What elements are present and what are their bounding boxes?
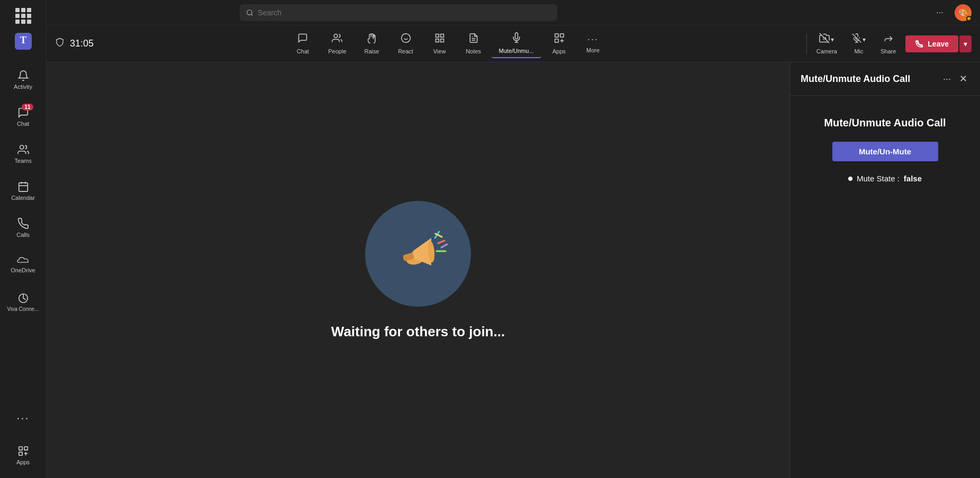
tool-more-label: More: [586, 47, 600, 53]
mic-chevron-icon[interactable]: ▾: [863, 36, 866, 43]
sidebar-item-viva[interactable]: Viva Conne...: [0, 283, 46, 320]
grid-menu-button[interactable]: [12, 4, 35, 27]
leave-button-label: Leave: [928, 40, 949, 48]
meeting-timer: 31:05: [70, 38, 94, 49]
svg-rect-29: [555, 39, 558, 43]
panel-title: Mute/Unmute Audio Call: [801, 73, 910, 85]
tool-mute-unmute[interactable]: Mute/Unmu...: [492, 29, 541, 58]
side-panel: Mute/Unmute Audio Call ··· ✕ Mute/Unmute…: [790, 62, 980, 478]
mute-unmute-button[interactable]: Mute/Un-Mute: [832, 142, 938, 161]
svg-line-46: [441, 244, 447, 247]
mute-unmute-tool-icon: [511, 32, 522, 45]
svg-line-43: [438, 241, 444, 243]
tool-chat-label: Chat: [297, 48, 309, 54]
video-area: Waiting for others to join...: [47, 62, 790, 478]
avatar-status: [966, 16, 972, 21]
more-tool-icon: ···: [587, 34, 598, 45]
leave-button-group: Leave ▾: [905, 35, 972, 52]
camera-button[interactable]: ▾ Camera: [811, 30, 842, 58]
leave-button[interactable]: Leave: [905, 35, 958, 52]
sidebar-item-onedrive-label: OneDrive: [11, 267, 35, 273]
mic-muted-icon: [852, 33, 861, 46]
sidebar-item-teams[interactable]: Teams: [0, 135, 46, 172]
chat-tool-icon: [297, 33, 308, 46]
activity-icon: [17, 70, 29, 81]
svg-point-13: [247, 10, 252, 14]
onedrive-icon: [17, 256, 30, 265]
people-tool-icon: [332, 33, 342, 46]
tool-chat[interactable]: Chat: [287, 30, 319, 58]
svg-text:T: T: [20, 35, 26, 45]
tool-apps[interactable]: Apps: [543, 30, 575, 58]
tool-mute-label: Mute/Unmu...: [499, 48, 534, 54]
toolbar-right: ▾ Camera ▾: [811, 30, 972, 58]
tool-people-label: People: [328, 48, 346, 54]
topbar: ··· 🎨: [47, 0, 980, 25]
sidebar-item-teams-label: Teams: [14, 158, 31, 164]
svg-point-2: [20, 145, 23, 149]
meeting-info: 31:05: [55, 37, 94, 50]
chat-icon: 11: [17, 107, 29, 118]
svg-line-14: [251, 14, 253, 15]
svg-line-37: [917, 41, 922, 47]
apps-add-icon: [17, 445, 29, 457]
tool-more[interactable]: ··· More: [577, 31, 609, 57]
notes-tool-icon: [468, 33, 479, 46]
sidebar-item-calls-label: Calls: [16, 232, 29, 238]
mic-button[interactable]: ▾ Mic: [847, 30, 871, 58]
tool-react[interactable]: React: [390, 30, 422, 58]
sidebar-item-calendar[interactable]: Calendar: [0, 172, 46, 209]
sidebar-item-chat[interactable]: 11 Chat: [0, 98, 46, 135]
panel-close-button[interactable]: ✕: [957, 71, 969, 87]
search-icon: [246, 9, 253, 16]
svg-rect-22: [440, 39, 443, 42]
search-box[interactable]: [240, 4, 557, 21]
settings-icon[interactable]: ···: [931, 4, 948, 21]
mute-state-value: false: [904, 174, 922, 183]
sidebar-item-chat-label: Chat: [17, 121, 29, 127]
teams-logo[interactable]: T: [12, 30, 35, 53]
camera-label: Camera: [816, 48, 837, 54]
tool-raise-label: Raise: [364, 48, 379, 54]
sidebar-item-calendar-label: Calendar: [11, 195, 35, 201]
svg-rect-28: [560, 34, 564, 38]
leave-chevron-button[interactable]: ▾: [959, 35, 972, 52]
sidebar: T Activity 11 Chat: [0, 0, 47, 478]
meeting-area: Waiting for others to join... Mute/Unmut…: [47, 62, 980, 478]
sidebar-item-onedrive[interactable]: OneDrive: [0, 246, 46, 283]
leave-phone-icon: [915, 40, 923, 48]
sidebar-item-calls[interactable]: Calls: [0, 209, 46, 246]
sidebar-item-apps[interactable]: Apps: [0, 437, 46, 474]
svg-rect-8: [19, 447, 22, 450]
tool-view[interactable]: View: [424, 30, 456, 58]
svg-rect-20: [440, 34, 443, 38]
tool-raise[interactable]: Raise: [356, 30, 388, 58]
raise-tool-icon: [367, 33, 377, 46]
sidebar-item-more[interactable]: ···: [0, 400, 46, 437]
svg-rect-10: [19, 452, 22, 455]
svg-rect-9: [24, 447, 27, 450]
svg-rect-21: [435, 39, 439, 42]
view-tool-icon: [434, 33, 445, 46]
react-tool-icon: [401, 33, 411, 46]
svg-rect-19: [435, 34, 439, 38]
toolbar-center: Chat People: [94, 29, 802, 58]
toolbar-separator: [806, 33, 807, 54]
teams-icon: [17, 144, 29, 155]
panel-actions: ··· ✕: [941, 71, 969, 87]
user-avatar[interactable]: 🎨: [955, 4, 972, 21]
sidebar-bottom: ··· Apps: [0, 400, 46, 474]
tool-people[interactable]: People: [321, 30, 353, 58]
sidebar-item-activity-label: Activity: [14, 84, 32, 90]
sidebar-item-activity[interactable]: Activity: [0, 61, 46, 98]
tool-view-label: View: [433, 48, 446, 54]
tool-notes[interactable]: Notes: [458, 30, 489, 58]
camera-chevron-icon[interactable]: ▾: [831, 36, 834, 43]
panel-more-button[interactable]: ···: [941, 71, 953, 87]
calls-icon: [17, 218, 29, 229]
apps-tool-icon: [554, 33, 565, 46]
mute-state-label: Mute State :: [857, 174, 900, 183]
share-label: Share: [881, 48, 896, 54]
search-input[interactable]: [258, 8, 551, 17]
share-button[interactable]: Share: [875, 30, 901, 58]
